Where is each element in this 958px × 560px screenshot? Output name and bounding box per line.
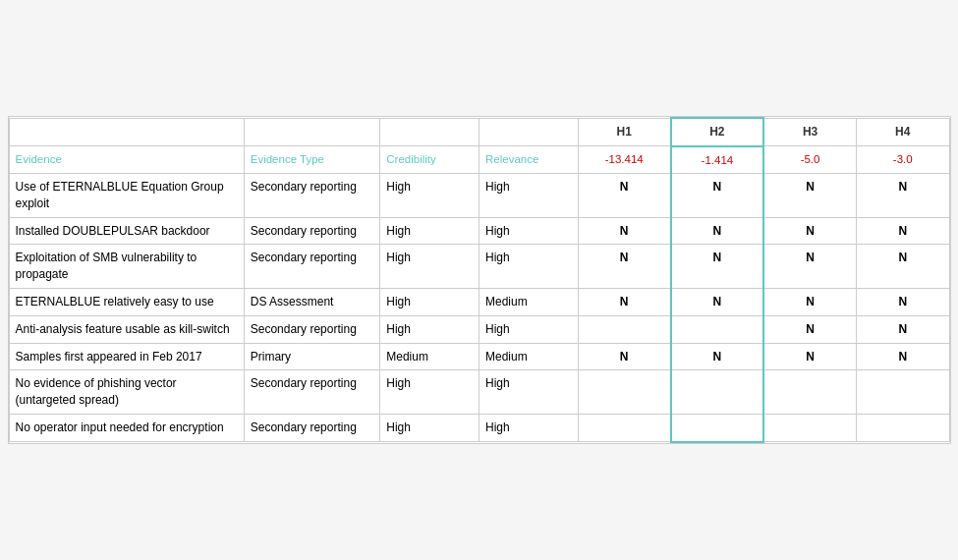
- cell-h4: N: [857, 217, 949, 245]
- cell-h4: N: [857, 289, 949, 316]
- header-rel-empty: [479, 118, 578, 146]
- cell-relevance: High: [479, 415, 578, 442]
- cell-credibility: High: [380, 217, 479, 245]
- cell-credibility: High: [380, 315, 479, 343]
- cell-h2: N: [671, 245, 763, 289]
- cell-h1: I: [578, 315, 670, 343]
- cell-type: DS Assessment: [244, 289, 380, 316]
- cell-relevance: High: [479, 174, 578, 218]
- cell-h2: C: [671, 370, 763, 415]
- subheader-evidence: Evidence: [9, 146, 244, 174]
- header-h2: H2: [671, 118, 763, 146]
- table-row: Use of ETERNALBLUE Equation Group exploi…: [9, 174, 949, 218]
- cell-evidence: Exploitation of SMB vulnerability to pro…: [9, 245, 244, 289]
- cell-evidence: Installed DOUBLEPULSAR backdoor: [9, 217, 244, 245]
- evidence-table: H1 H2 H3 H4 Evidence Evidence Type Credi…: [9, 117, 950, 443]
- cell-evidence: No operator input needed for encryption: [9, 415, 244, 442]
- cell-type: Primary: [244, 343, 380, 370]
- cell-h1: N: [578, 217, 670, 245]
- header-cred-empty: [380, 118, 479, 146]
- cell-h1: C: [578, 415, 670, 442]
- cell-h4: N: [857, 315, 949, 343]
- cell-relevance: High: [479, 245, 578, 289]
- table-row: Exploitation of SMB vulnerability to pro…: [9, 245, 949, 289]
- cell-h1: N: [578, 289, 670, 316]
- cell-relevance: High: [479, 315, 578, 343]
- cell-type: Secondary reporting: [244, 370, 380, 415]
- header-type-empty: [244, 118, 380, 146]
- header-h1: H1: [578, 118, 670, 146]
- cell-h1: N: [578, 174, 670, 218]
- cell-h2: C: [671, 415, 763, 442]
- subheader-relevance: Relevance: [479, 146, 578, 174]
- subheader-h4-score: -3.0: [857, 146, 949, 174]
- cell-h2: N: [671, 343, 763, 370]
- table-body: Use of ETERNALBLUE Equation Group exploi…: [9, 174, 949, 442]
- cell-h3: N: [763, 245, 856, 289]
- cell-h3: N: [763, 174, 856, 218]
- cell-h4: N: [857, 174, 949, 218]
- cell-h1: N: [578, 343, 670, 370]
- header-h4: H4: [857, 118, 949, 146]
- subheader-row: Evidence Evidence Type Credibility Relev…: [9, 146, 949, 174]
- table-row: Samples first appeared in Feb 2017 Prima…: [9, 343, 949, 370]
- cell-h2: N: [671, 289, 763, 316]
- cell-evidence: Anti-analysis feature usable as kill-swi…: [9, 315, 244, 343]
- cell-evidence: ETERNALBLUE relatively easy to use: [9, 289, 244, 316]
- cell-credibility: High: [380, 415, 479, 442]
- cell-h3: N: [763, 343, 856, 370]
- cell-h3: N: [763, 315, 856, 343]
- cell-type: Secondary reporting: [244, 174, 380, 218]
- cell-type: Secondary reporting: [244, 315, 380, 343]
- header-row-1: H1 H2 H3 H4: [9, 118, 949, 146]
- table-row: Installed DOUBLEPULSAR backdoor Secondar…: [9, 217, 949, 245]
- cell-h4: N: [857, 245, 949, 289]
- table-row: ETERNALBLUE relatively easy to use DS As…: [9, 289, 949, 316]
- cell-relevance: High: [479, 370, 578, 415]
- table-row: No evidence of phishing vector (untarget…: [9, 370, 949, 415]
- cell-credibility: High: [380, 289, 479, 316]
- cell-h2: N: [671, 174, 763, 218]
- cell-evidence: No evidence of phishing vector (untarget…: [9, 370, 244, 415]
- cell-relevance: Medium: [479, 289, 578, 316]
- h2-score-value: -1.414: [702, 154, 734, 166]
- header-h3: H3: [763, 118, 856, 146]
- cell-h3: I: [763, 370, 856, 415]
- subheader-credibility: Credibility: [380, 146, 479, 174]
- cell-credibility: High: [380, 245, 479, 289]
- cell-h4: N: [857, 343, 949, 370]
- cell-h1: I: [578, 370, 670, 415]
- h1-score-value: -13.414: [605, 153, 644, 165]
- table-row: Anti-analysis feature usable as kill-swi…: [9, 315, 949, 343]
- cell-type: Secondary reporting: [244, 245, 380, 289]
- header-evidence-empty: [9, 118, 244, 146]
- cell-type: Secondary reporting: [244, 415, 380, 442]
- cell-h2: C: [671, 315, 763, 343]
- cell-relevance: High: [479, 217, 578, 245]
- cell-h1: N: [578, 245, 670, 289]
- subheader-type-label: Evidence Type: [251, 153, 324, 165]
- cell-credibility: Medium: [380, 343, 479, 370]
- cell-type: Secondary reporting: [244, 217, 380, 245]
- cell-h2: N: [671, 217, 763, 245]
- subheader-h1-score: -13.414: [578, 146, 670, 174]
- h3-score-value: -5.0: [801, 153, 820, 165]
- subheader-type: Evidence Type: [244, 146, 380, 174]
- cell-h4: C: [857, 415, 949, 442]
- main-table-wrapper: H1 H2 H3 H4 Evidence Evidence Type Credi…: [8, 116, 951, 444]
- cell-credibility: High: [380, 370, 479, 415]
- subheader-h2-score: -1.414: [671, 146, 763, 174]
- cell-h4: C: [857, 370, 949, 415]
- cell-relevance: Medium: [479, 343, 578, 370]
- cell-h3: C: [763, 415, 856, 442]
- cell-evidence: Samples first appeared in Feb 2017: [9, 343, 244, 370]
- cell-h3: N: [763, 289, 856, 316]
- cell-h3: N: [763, 217, 856, 245]
- subheader-h3-score: -5.0: [763, 146, 856, 174]
- h4-score-value: -3.0: [893, 153, 913, 165]
- table-row: No operator input needed for encryption …: [9, 415, 949, 442]
- cell-evidence: Use of ETERNALBLUE Equation Group exploi…: [9, 174, 244, 218]
- cell-credibility: High: [380, 174, 479, 218]
